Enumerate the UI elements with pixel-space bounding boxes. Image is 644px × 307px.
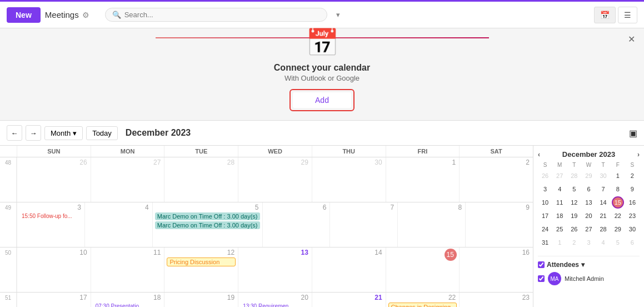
mini-day[interactable]: 5 <box>568 183 580 195</box>
mini-day[interactable]: 4 <box>553 183 566 195</box>
mini-day[interactable]: 20 <box>582 210 595 222</box>
calendar-cell[interactable]: 23 <box>459 293 533 307</box>
mini-day[interactable]: 23 <box>626 210 638 222</box>
prev-month-button[interactable]: ← <box>7 125 22 141</box>
calendar-cell[interactable]: 1 <box>386 157 460 202</box>
mini-day[interactable]: 2 <box>626 170 638 182</box>
search-dropdown-arrow[interactable]: ▾ <box>332 8 345 21</box>
mini-day[interactable]: 27 <box>582 223 595 235</box>
mini-day[interactable]: 30 <box>626 223 638 235</box>
attendee-checkbox[interactable] <box>538 275 545 282</box>
mini-day[interactable]: 10 <box>539 196 551 209</box>
calendar-cell[interactable]: 12Pricing Discussion <box>164 247 238 292</box>
sidebar-toggle-button[interactable]: ▣ <box>629 128 637 138</box>
mini-sidebar: ‹ December 2023 › SMTWTFS 26272829301234… <box>533 146 644 307</box>
mini-day[interactable]: 13 <box>582 196 595 209</box>
mini-day[interactable]: 14 <box>597 196 610 209</box>
mini-day[interactable]: 26 <box>539 170 551 182</box>
calendar-cell[interactable]: 315:50 Follow-up fo... <box>17 202 84 247</box>
mini-day[interactable]: 27 <box>553 170 566 182</box>
list-view-button[interactable]: ☰ <box>618 7 637 23</box>
next-month-button[interactable]: → <box>26 125 41 141</box>
mini-day[interactable]: 29 <box>582 170 595 182</box>
calendar-cell[interactable]: 9 <box>465 202 533 247</box>
calendar-cell[interactable]: 14 <box>312 247 386 292</box>
calendar-cell[interactable]: 5Marc Demo on Time Off : 3.00 day(s)Marc… <box>152 202 262 247</box>
mini-day[interactable]: 31 <box>539 236 551 249</box>
calendar-event[interactable]: Marc Demo on Time Off : 3.00 day(s) <box>155 212 260 220</box>
add-calendar-button[interactable]: Add <box>293 92 351 108</box>
calendar-cell[interactable]: 6 <box>262 202 330 247</box>
mini-day[interactable]: 28 <box>597 223 610 235</box>
mini-day[interactable]: 6 <box>582 183 595 195</box>
mini-day[interactable]: 6 <box>626 236 638 249</box>
mini-day[interactable]: 3 <box>582 236 595 249</box>
calendar-event[interactable]: 13:30 Requiremen... <box>241 303 309 307</box>
month-view-button[interactable]: Month ▾ <box>44 126 83 140</box>
calendar-cell[interactable]: 4 <box>84 202 152 247</box>
calendar-cell[interactable]: 7 <box>330 202 397 247</box>
mini-day[interactable]: 11 <box>553 196 566 209</box>
mini-day[interactable]: 1 <box>612 170 624 182</box>
add-button-wrapper: Add <box>289 89 355 111</box>
calendar-view-button[interactable]: 📅 <box>594 7 616 23</box>
calendar-event[interactable]: 15:50 Follow-up fo... <box>19 212 82 220</box>
calendar-cell[interactable]: 8 <box>397 202 465 247</box>
calendar-cell[interactable]: 11 <box>91 247 164 292</box>
calendar-cell[interactable]: 21 <box>312 293 386 307</box>
mini-day[interactable]: 28 <box>568 170 580 182</box>
main-area: SUN MON TUE WED THU FRI SAT 482627282930… <box>0 146 644 307</box>
attendees-section: Attendees ▾ MAMitchell Admin <box>538 256 640 285</box>
calendar-event[interactable]: 07:30 Presentatio... <box>93 303 162 307</box>
attendees-dropdown-icon[interactable]: ▾ <box>581 261 585 269</box>
mini-prev-button[interactable]: ‹ <box>538 151 540 159</box>
attendees-checkbox[interactable] <box>538 261 545 268</box>
mini-day[interactable]: 24 <box>539 223 551 235</box>
mini-day[interactable]: 26 <box>568 223 580 235</box>
mini-day[interactable]: 3 <box>539 183 551 195</box>
calendar-cell[interactable]: 2 <box>459 157 533 202</box>
calendar-event[interactable]: Changes in Designing <box>388 303 457 307</box>
mini-day[interactable]: 16 <box>626 196 638 209</box>
mini-day[interactable]: 22 <box>612 210 624 222</box>
mini-day[interactable]: 5 <box>612 236 624 249</box>
mini-day[interactable]: 2 <box>568 236 580 249</box>
calendar-cell[interactable]: 2013:30 Requiremen... <box>238 293 312 307</box>
calendar-cell[interactable]: 16 <box>459 247 533 292</box>
mini-day[interactable]: 18 <box>553 210 566 222</box>
mini-day[interactable]: 29 <box>612 223 624 235</box>
mini-day[interactable]: 9 <box>626 183 638 195</box>
calendar-event[interactable]: Pricing Discussion <box>167 258 236 266</box>
mini-day[interactable]: 4 <box>597 236 610 249</box>
mini-day[interactable]: 25 <box>553 223 566 235</box>
new-button[interactable]: New <box>7 7 41 23</box>
today-button[interactable]: Today <box>86 126 118 140</box>
mini-day[interactable]: 1 <box>553 236 566 249</box>
mini-day[interactable]: 30 <box>597 170 610 182</box>
calendar-cell[interactable]: 19 <box>164 293 238 307</box>
calendar-cell[interactable]: 22Changes in Designing <box>386 293 460 307</box>
attendees-header[interactable]: Attendees ▾ <box>538 261 640 269</box>
calendar-cell[interactable]: 13 <box>238 247 312 292</box>
calendar-cell[interactable]: 29 <box>238 157 312 202</box>
calendar-cell[interactable]: 15 <box>386 247 460 292</box>
mini-day[interactable]: 19 <box>568 210 580 222</box>
mini-next-button[interactable]: › <box>637 151 640 159</box>
mini-day[interactable]: 21 <box>597 210 610 222</box>
search-input[interactable] <box>124 11 320 19</box>
calendar-cell[interactable]: 10 <box>17 247 91 292</box>
mini-day[interactable]: 17 <box>539 210 551 222</box>
calendar-cell[interactable]: 17 <box>17 293 91 307</box>
mini-day[interactable]: 8 <box>612 183 624 195</box>
calendar-cell[interactable]: 26 <box>17 157 91 202</box>
mini-day[interactable]: 12 <box>568 196 580 209</box>
calendar-cell[interactable]: 30 <box>312 157 386 202</box>
calendar-cell[interactable]: 28 <box>164 157 238 202</box>
calendar-cell[interactable]: 1807:30 Presentatio... <box>91 293 164 307</box>
mini-day[interactable]: 7 <box>597 183 610 195</box>
gear-icon[interactable]: ⚙ <box>82 11 89 19</box>
mini-day[interactable]: 15 <box>612 196 624 209</box>
calendar-cell[interactable]: 27 <box>91 157 164 202</box>
close-icon[interactable]: ✕ <box>628 34 635 44</box>
calendar-event[interactable]: Marc Demo on Time Off : 3.00 day(s) <box>155 221 260 229</box>
